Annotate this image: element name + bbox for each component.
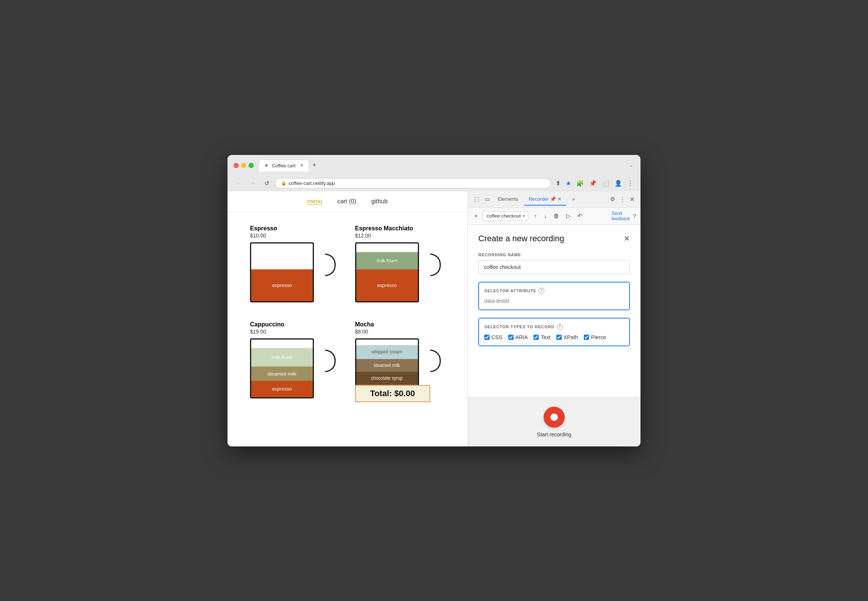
add-recording-button[interactable]: + bbox=[472, 212, 480, 221]
coffee-item-espresso[interactable]: Espresso $10.00 espresso bbox=[243, 220, 348, 316]
mug-handle-macchiato bbox=[430, 253, 441, 276]
checkbox-text[interactable]: Text bbox=[533, 334, 550, 340]
device-toolbar-icon[interactable]: ▭ bbox=[483, 194, 492, 204]
mug-handle-mocha bbox=[430, 350, 441, 372]
recorder-help-icon[interactable]: ? bbox=[633, 213, 636, 219]
send-feedback-link[interactable]: Sendfeedback bbox=[611, 211, 630, 221]
coffee-grid: Espresso $10.00 espresso Espresso Macchi… bbox=[228, 212, 468, 419]
selector-attr-input[interactable] bbox=[484, 298, 624, 304]
coffee-item-mocha[interactable]: Mocha $8.00 chocolate syrup steamed milk bbox=[348, 316, 453, 412]
checkbox-pierce[interactable]: Pierce bbox=[584, 334, 606, 340]
macchiato-espresso-label: espresso bbox=[377, 282, 397, 288]
dropdown-arrow-icon: ▾ bbox=[523, 214, 525, 218]
coffee-page: menu cart (0) github Espresso $10.00 esp… bbox=[228, 191, 468, 447]
selector-types-section: SELECTOR TYPES TO RECORD ? CSS ARIA Text bbox=[478, 318, 630, 346]
devtools-more-icon[interactable]: ⋮ bbox=[618, 194, 627, 204]
start-recording-button[interactable] bbox=[544, 407, 565, 428]
tab-elements[interactable]: Elements bbox=[493, 193, 523, 206]
total-banner: Total: $0.00 bbox=[355, 385, 430, 402]
recording-name-text: coffee checkout bbox=[487, 213, 521, 219]
checkbox-xpath[interactable]: XPath bbox=[556, 334, 578, 340]
recording-name-field-label: RECORDING NAME bbox=[478, 252, 630, 257]
recording-name-input[interactable] bbox=[478, 260, 630, 274]
new-tab-button[interactable]: + bbox=[309, 160, 319, 171]
cappuccino-milk-label: steamed milk bbox=[268, 371, 296, 377]
rewind-recording-button[interactable]: ↶ bbox=[576, 211, 584, 221]
selector-types-label: SELECTOR TYPES TO RECORD bbox=[484, 325, 555, 329]
back-button[interactable]: ← bbox=[234, 178, 244, 188]
coffee-price-espresso: $10.00 bbox=[250, 233, 340, 239]
lock-icon: 🔒 bbox=[281, 180, 286, 186]
checkbox-aria-input[interactable] bbox=[508, 335, 513, 340]
tabs-bar: ▼ Coffee cart ✕ + ⌄ bbox=[258, 159, 634, 171]
devtools-settings-icon[interactable]: ⚙ bbox=[608, 194, 616, 204]
minimize-window-dot[interactable] bbox=[241, 163, 246, 168]
tab-close-button[interactable]: ✕ bbox=[300, 163, 304, 168]
selector-types-help-icon[interactable]: ? bbox=[557, 324, 563, 330]
checkbox-pierce-input[interactable] bbox=[584, 335, 589, 340]
tab-title: Coffee cart bbox=[272, 163, 295, 168]
mocha-choc-label: chocolate syrup bbox=[371, 375, 402, 381]
browser-toolbar-icons: ⬆ ★ 🧩 📌 ⬜ 👤 ⋮ bbox=[555, 178, 634, 188]
menu-icon[interactable]: ⋮ bbox=[626, 178, 634, 188]
checkbox-css[interactable]: CSS bbox=[484, 334, 502, 340]
reload-button[interactable]: ↺ bbox=[262, 178, 271, 188]
mug-handle bbox=[325, 253, 336, 276]
record-inner-circle bbox=[550, 413, 558, 421]
selector-attr-label: SELECTOR ATTRIBUTE bbox=[484, 288, 536, 293]
upload-recording-button[interactable]: ↑ bbox=[532, 212, 539, 221]
nav-github[interactable]: github bbox=[371, 198, 388, 205]
coffee-price-mocha: $8.00 bbox=[355, 329, 445, 335]
window-controls bbox=[234, 163, 254, 168]
dialog-title-row: Create a new recording ✕ bbox=[478, 234, 630, 244]
devtools-panel: ⬚ ▭ Elements Recorder 📌 ✕ » ⚙ ⋮ ✕ + coff… bbox=[468, 191, 640, 447]
download-recording-button[interactable]: ↓ bbox=[542, 212, 549, 221]
mug-mocha: chocolate syrup steamed milk whipped cre… bbox=[355, 339, 430, 406]
coffee-price-cappuccino: $19.00 bbox=[250, 329, 340, 335]
inspect-element-icon[interactable]: ⬚ bbox=[472, 194, 481, 204]
browser-tab-active[interactable]: ▼ Coffee cart ✕ bbox=[258, 159, 309, 171]
checkbox-aria[interactable]: ARIA bbox=[508, 334, 528, 340]
selector-attr-help-icon[interactable]: ? bbox=[538, 288, 544, 294]
macchiato-foam-label: milk foam bbox=[377, 258, 397, 263]
nav-menu[interactable]: menu bbox=[307, 198, 322, 205]
coffee-item-cappuccino[interactable]: Cappuccino $19.00 espresso steamed milk … bbox=[243, 316, 348, 412]
checkbox-text-input[interactable] bbox=[533, 335, 539, 340]
checkbox-xpath-input[interactable] bbox=[556, 335, 562, 340]
mocha-milk-label: steamed milk bbox=[374, 363, 400, 368]
delete-recording-button[interactable]: 🗑 bbox=[552, 212, 561, 221]
dialog-close-button[interactable]: ✕ bbox=[623, 234, 630, 243]
espresso-layer-label: espresso bbox=[272, 282, 292, 288]
url-text: coffee-cart.netlify.app bbox=[289, 180, 335, 186]
tab-expand-icon: ⌄ bbox=[628, 161, 634, 169]
coffee-item-macchiato[interactable]: Espresso Macchiato $12.00 espresso milk … bbox=[348, 220, 453, 316]
selector-types-header: SELECTOR TYPES TO RECORD ? bbox=[484, 324, 624, 330]
mug-handle-cappuccino bbox=[325, 350, 336, 372]
url-bar[interactable]: 🔒 coffee-cart.netlify.app bbox=[275, 178, 551, 188]
extensions-icon[interactable]: 🧩 bbox=[575, 178, 585, 188]
devtools-header: ⬚ ▭ Elements Recorder 📌 ✕ » ⚙ ⋮ ✕ bbox=[468, 191, 640, 208]
profile-icon[interactable]: 👤 bbox=[613, 178, 623, 188]
checkbox-css-input[interactable] bbox=[484, 335, 489, 340]
recording-name-selector[interactable]: coffee checkout ▾ bbox=[483, 211, 529, 221]
window-icon[interactable]: ⬜ bbox=[601, 178, 610, 188]
start-recording-label: Start recording bbox=[537, 432, 572, 438]
play-recording-button[interactable]: ▷ bbox=[564, 211, 573, 221]
main-area: menu cart (0) github Espresso $10.00 esp… bbox=[228, 191, 640, 447]
devtools-close-icon[interactable]: ✕ bbox=[628, 194, 636, 204]
tab-recorder[interactable]: Recorder 📌 ✕ bbox=[524, 193, 566, 206]
title-bar: ▼ Coffee cart ✕ + ⌄ bbox=[228, 155, 640, 175]
checkboxes-row: CSS ARIA Text XPath Pierce bbox=[484, 334, 624, 340]
devtools-icons: ⚙ ⋮ ✕ bbox=[608, 194, 636, 204]
mocha-cream-label: whipped cream bbox=[372, 349, 402, 354]
nav-cart[interactable]: cart (0) bbox=[337, 198, 356, 205]
coffee-nav: menu cart (0) github bbox=[228, 191, 468, 212]
share-icon[interactable]: ⬆ bbox=[555, 178, 562, 188]
pin-icon[interactable]: 📌 bbox=[588, 178, 598, 188]
tab-more[interactable]: » bbox=[568, 193, 579, 206]
maximize-window-dot[interactable] bbox=[249, 163, 254, 168]
bookmark-icon[interactable]: ★ bbox=[565, 178, 572, 188]
tab-favicon: ▼ bbox=[264, 163, 269, 168]
forward-button[interactable]: → bbox=[248, 178, 258, 188]
close-window-dot[interactable] bbox=[234, 163, 239, 168]
